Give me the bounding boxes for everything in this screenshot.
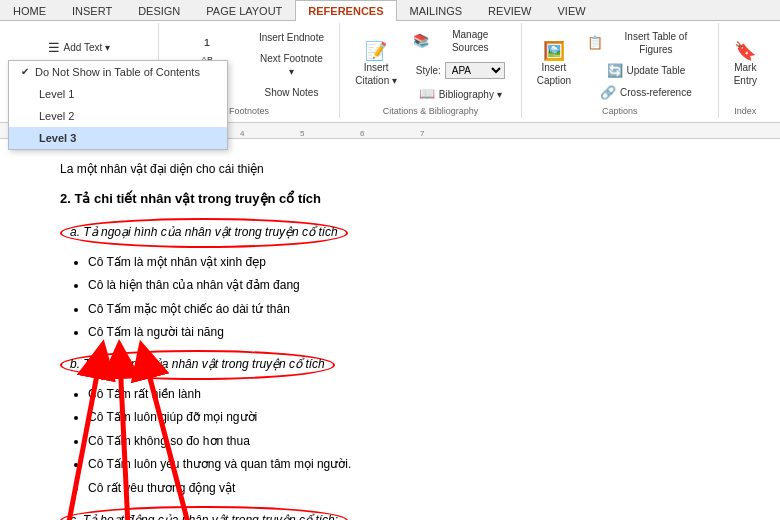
ribbon-tabs: HOME INSERT DESIGN PAGE LAYOUT REFERENCE… [0,0,780,21]
list-item: Cô Tấm luôn giúp đỡ mọi người [88,407,740,429]
insert-endnote-button[interactable]: Insert Endnote [251,28,331,47]
list-item: Cô Tấm không so đo hơn thua [88,431,740,453]
list-item: Cô rất yêu thương động vật [88,478,740,500]
document-area: La một nhân vật đại diện cho cái thiện 2… [0,139,780,520]
style-dropdown[interactable]: APA MLA Chicago [445,62,505,79]
insert-caption-area: 🖼️ Insert Caption [530,39,578,91]
ruler-mark-4: 5 [300,129,304,138]
mark-entry-icon: 🔖 [734,42,756,60]
index-group-content: 🔖 Mark Entry [727,25,764,104]
sources-icon: 📚 [413,34,429,47]
tab-review[interactable]: REVIEW [475,0,544,21]
toc-icon: ☰ [48,41,60,54]
tab-insert[interactable]: INSERT [59,0,125,21]
ribbon-content: ☰ Add Text ▾ Do Not Show in Table of Con… [0,21,780,123]
doc-italic1: a. Tả ngoại hình của nhân vật trong truy… [60,218,348,248]
document-content: La một nhân vật đại diện cho cái thiện 2… [60,159,740,520]
citations-group-content: 📝 Insert Citation ▾ 📚 Manage Sources Sty… [348,25,512,104]
insert-tof-button[interactable]: 📋 Insert Table of Figures [582,27,710,59]
update-table-icon: 🔄 [607,64,623,77]
doc-italic2: b. Tả tính tình của nhân vật trong truyệ… [60,350,335,380]
add-text-button[interactable]: ☰ Add Text ▾ [8,38,150,58]
insert-citation-button[interactable]: 📝 Insert Citation ▾ [348,39,403,91]
captions-small-btns: 📋 Insert Table of Figures 🔄 Update Table… [582,27,710,103]
doc-bullets1: Cô Tấm là một nhân vật xinh đẹp Cô là hi… [88,252,740,344]
tab-view[interactable]: VIEW [545,0,599,21]
list-item: Cô Tấm là người tài năng [88,322,740,344]
footnote-small-btns: Insert Endnote Next Footnote ▾ Show Note… [251,28,331,102]
mark-entry-button[interactable]: 🔖 Mark Entry [727,39,764,91]
tab-page-layout[interactable]: PAGE LAYOUT [193,0,295,21]
citation-icon: 📝 [365,42,387,60]
toc-buttons: ☰ Add Text ▾ Do Not Show in Table of Con… [8,38,150,92]
list-item: Cô Tấm rất hiền lành [88,384,740,406]
doc-italic3: c. Tả hoạt động của nhân vật trong truyệ… [60,506,348,520]
tab-home[interactable]: HOME [0,0,59,21]
tab-design[interactable]: DESIGN [125,0,193,21]
addtext-dropdown-menu: Do Not Show in Table of Contents Level 1… [8,60,228,150]
manage-sources-button[interactable]: 📚 Manage Sources [408,25,513,57]
app-window: HOME INSERT DESIGN PAGE LAYOUT REFERENCE… [0,0,780,520]
next-footnote-button[interactable]: Next Footnote ▾ [251,49,331,81]
cross-reference-button[interactable]: 🔗 Cross-reference [582,83,710,103]
index-group-label: Index [727,104,764,116]
group-citations: 📝 Insert Citation ▾ 📚 Manage Sources Sty… [344,23,521,118]
footnote-icon: ¹ [204,36,210,54]
style-selector: Style: APA MLA Chicago [408,59,513,82]
dropdown-item-level2[interactable]: Level 2 [9,105,227,127]
tof-icon: 📋 [587,36,603,49]
tab-mailings[interactable]: MAILINGS [397,0,476,21]
show-notes-button[interactable]: Show Notes [251,83,331,102]
cross-ref-icon: 🔗 [600,86,616,99]
dropdown-item-level1[interactable]: Level 1 [9,83,227,105]
citations-small-btns: 📚 Manage Sources Style: APA MLA Chicago … [408,25,513,104]
group-captions: 🖼️ Insert Caption 📋 Insert Table of Figu… [526,23,719,118]
captions-group-content: 🖼️ Insert Caption 📋 Insert Table of Figu… [530,25,710,104]
bibliography-button[interactable]: 📖 Bibliography ▾ [408,84,513,104]
caption-icon: 🖼️ [543,42,565,60]
ruler-mark-5: 6 [360,129,364,138]
toc-group-content: ☰ Add Text ▾ Do Not Show in Table of Con… [8,25,150,104]
group-toc: ☰ Add Text ▾ Do Not Show in Table of Con… [4,23,159,118]
ruler-mark-3: 4 [240,129,244,138]
list-item: Cô là hiện thân của nhân vật đảm đang [88,275,740,297]
insert-caption-button[interactable]: 🖼️ Insert Caption [530,39,578,91]
list-item: Cô Tấm là một nhân vật xinh đẹp [88,252,740,274]
dropdown-item-no-show[interactable]: Do Not Show in Table of Contents [9,61,227,83]
doc-bullets2: Cô Tấm rất hiền lành Cô Tấm luôn giúp đỡ… [88,384,740,500]
addtext-dropdown-area: ☰ Add Text ▾ Do Not Show in Table of Con… [8,38,150,58]
tab-references[interactable]: REFERENCES [295,0,396,21]
bibliography-icon: 📖 [419,87,435,100]
doc-heading2: 2. Tả chi tiết nhân vật trong truyện cổ … [60,187,740,210]
update-table-button[interactable]: 🔄 Update Table [582,61,710,81]
list-item: Cô Tấm mặc một chiếc áo dài tứ thân [88,299,740,321]
citations-group-label: Citations & Bibliography [348,104,512,116]
list-item: Cô Tấm luôn yêu thương và quan tâm mọi n… [88,454,740,476]
dropdown-item-level3[interactable]: Level 3 [9,127,227,149]
captions-group-label: Captions [530,104,710,116]
ruler-mark-6: 7 [420,129,424,138]
group-index: 🔖 Mark Entry Index [723,23,772,118]
doc-line-before: La một nhân vật đại diện cho cái thiện [60,159,740,181]
